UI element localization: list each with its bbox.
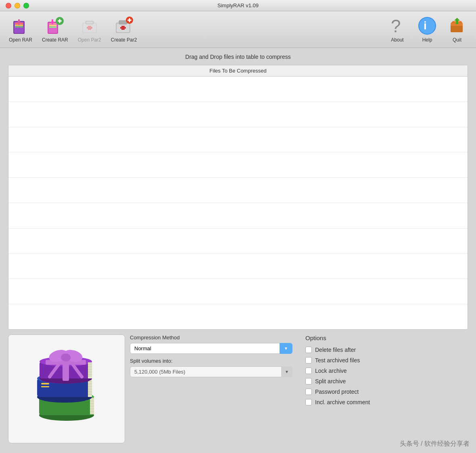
compression-select-wrapper: Store Fastest Fast Normal Good Best (130, 343, 292, 354)
split-section: Split volumes into: 5,120,000 (5Mb Files… (130, 358, 292, 377)
create-rar-label: Create RAR (42, 37, 68, 43)
svg-rect-65 (41, 383, 49, 384)
svg-rect-46 (90, 406, 94, 407)
table-row (8, 229, 468, 254)
svg-text:?: ? (391, 16, 401, 35)
svg-rect-49 (90, 411, 94, 412)
compression-select[interactable]: Store Fastest Fast Normal Good Best (130, 343, 292, 354)
svg-rect-56 (88, 381, 92, 382)
toolbar: Open RAR Create RAR (0, 11, 476, 48)
lock-archive-checkbox[interactable] (305, 368, 312, 374)
svg-rect-79 (88, 376, 92, 376)
help-label: Help (422, 37, 432, 43)
options-panel: Compression Method Store Fastest Fast No… (130, 335, 292, 443)
svg-rect-63 (88, 393, 92, 393)
watermark: 头条号 / 软件经验分享者 (400, 440, 470, 448)
svg-rect-77 (88, 372, 92, 373)
svg-point-32 (419, 18, 435, 34)
svg-rect-29 (129, 18, 130, 22)
svg-rect-62 (88, 391, 92, 392)
svg-point-84 (61, 353, 71, 362)
split-archive-checkbox[interactable] (305, 378, 312, 384)
help-icon: i (418, 16, 437, 35)
delete-files-checkbox[interactable] (305, 347, 312, 353)
create-par2-label: Create Par2 (111, 37, 137, 43)
table-row (8, 152, 468, 178)
maximize-button[interactable] (23, 3, 29, 8)
svg-rect-11 (52, 19, 53, 24)
svg-rect-14 (59, 19, 61, 23)
quit-button[interactable]: Quit (443, 15, 471, 44)
split-archive-label: Split archive (315, 378, 346, 384)
svg-rect-78 (88, 374, 92, 375)
table-row (8, 254, 468, 279)
svg-rect-26 (120, 27, 126, 29)
option-row-lock: Lock archive (305, 366, 468, 375)
password-protect-checkbox[interactable] (305, 389, 312, 395)
svg-rect-61 (88, 389, 92, 390)
svg-rect-18 (86, 22, 93, 23)
svg-rect-59 (88, 386, 92, 387)
table-row (8, 77, 468, 102)
svg-rect-72 (88, 364, 92, 365)
svg-rect-24 (119, 21, 127, 24)
option-row-test: Test archived files (305, 356, 468, 365)
svg-text:i: i (424, 19, 427, 32)
svg-rect-5 (18, 19, 20, 25)
about-button[interactable]: ? About (383, 15, 411, 44)
password-protect-label: Password protect (315, 389, 359, 395)
toolbar-left: Open RAR Create RAR (5, 15, 382, 44)
incl-comment-label: Incl. archive comment (315, 399, 370, 405)
table-row (8, 127, 468, 153)
create-rar-icon (45, 16, 65, 35)
window-title: SimplyRAR v1.09 (217, 2, 259, 8)
split-select-wrapper: 5,120,000 (5Mb Files) 10,240,000 (10Mb F… (130, 366, 292, 377)
option-row-delete: Delete files after (305, 345, 468, 354)
svg-rect-73 (88, 366, 92, 367)
svg-rect-75 (88, 369, 92, 370)
svg-rect-76 (88, 371, 92, 372)
quit-label: Quit (453, 37, 461, 43)
titlebar: SimplyRAR v1.09 (0, 0, 476, 11)
about-label: About (391, 37, 403, 43)
open-rar-button[interactable]: Open RAR (5, 15, 36, 44)
svg-rect-64 (88, 394, 92, 395)
svg-rect-21 (88, 26, 91, 30)
test-archived-checkbox[interactable] (305, 357, 312, 364)
option-row-split: Split archive (305, 377, 468, 386)
svg-rect-42 (90, 400, 94, 401)
test-archived-label: Test archived files (315, 357, 360, 364)
table-row (8, 203, 468, 229)
split-select[interactable]: 5,120,000 (5Mb Files) 10,240,000 (10Mb F… (130, 366, 292, 377)
logo-area (8, 335, 125, 443)
main-content: Drag and Drop files into table to compre… (0, 48, 476, 453)
open-par2-label: Open Par2 (78, 37, 101, 43)
svg-rect-9 (49, 25, 56, 26)
svg-rect-43 (90, 401, 94, 402)
book-stack-icon (22, 345, 111, 433)
table-row (8, 102, 468, 127)
incl-comment-checkbox[interactable] (305, 399, 312, 405)
create-rar-button[interactable]: Create RAR (38, 15, 72, 44)
svg-rect-48 (90, 409, 94, 410)
option-row-comment: Incl. archive comment (305, 398, 468, 407)
options-right: Options Delete files after Test archived… (297, 335, 468, 443)
create-par2-button[interactable]: Create Par2 (107, 15, 141, 44)
svg-rect-44 (90, 403, 94, 404)
svg-rect-71 (88, 363, 92, 364)
open-par2-button: Open Par2 (74, 15, 105, 44)
minimize-button[interactable] (15, 3, 20, 8)
open-rar-icon (11, 16, 30, 35)
file-table[interactable]: Files To Be Compressed (8, 65, 468, 330)
svg-rect-47 (90, 408, 94, 409)
file-table-rows (8, 77, 468, 329)
help-button[interactable]: i Help (413, 15, 441, 44)
split-label: Split volumes into: (130, 358, 292, 364)
close-button[interactable] (6, 3, 11, 8)
traffic-lights (6, 3, 29, 8)
svg-rect-66 (41, 386, 49, 387)
svg-rect-74 (88, 368, 92, 368)
delete-files-label: Delete files after (315, 347, 356, 353)
svg-rect-45 (90, 405, 94, 405)
quit-icon (447, 16, 467, 35)
